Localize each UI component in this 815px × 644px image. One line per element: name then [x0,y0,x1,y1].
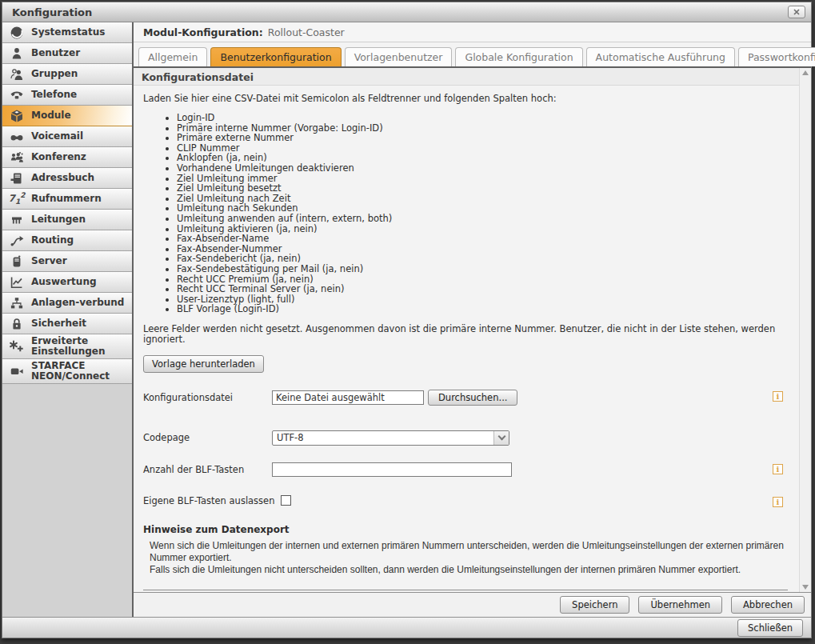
camera-icon [2,364,31,378]
sidebar-item-konferenz[interactable]: Konferenz [2,147,132,168]
csv-column-item: Ziel Umleitung besetzt [177,183,789,194]
sidebar-item-systemstatus[interactable]: Systemstatus [2,22,132,43]
sidebar-item-benutzer[interactable]: Benutzer [2,43,132,64]
users-icon [2,67,31,82]
blf-count-input[interactable] [272,462,512,477]
sidebar-item-label: Konferenz [31,152,90,162]
sidebar-item-sicherheit[interactable]: Sicherheit [2,314,132,334]
title-bar: Konfiguration [2,2,811,22]
sidebar-item-label: Erweiterte Einstellungen [31,336,132,357]
skip-own-blf-checkbox[interactable] [281,495,291,506]
vertical-scrollbar[interactable] [799,68,811,592]
sidebar-item-label: Auswertung [31,277,100,287]
sidebar-item-label: Telefone [31,90,80,100]
window-bottom-bar: Schließen [2,617,811,638]
sidebar-item-label: Benutzer [31,48,83,58]
info-icon[interactable]: i [773,497,783,507]
config-file-input[interactable]: Keine Datei ausgewählt [272,390,424,405]
note-text: Leere Felder werden nicht gesetzt. Ausge… [143,324,789,346]
phone-icon [2,88,31,102]
export-notes-line: Falls sich die Umleitungen nicht untersc… [150,564,789,576]
sidebar-item-label: Leitungen [31,214,89,225]
browse-button[interactable]: Durchsuchen... [428,390,517,406]
tab-automatische-ausfuehrung[interactable]: Automatische Ausführung [586,47,735,66]
sidebar-item-label: STARFACE NEON/Connect [31,361,132,382]
sidebar-item-adressbuch[interactable]: Adressbuch [2,168,132,189]
info-icon[interactable]: i [773,391,783,402]
konfiguration-window: Konfiguration SystemstatusBenutzerGruppe… [2,2,812,638]
lock-icon [2,317,31,331]
sidebar-item-voicemail[interactable]: Voicemail [2,126,132,147]
sidebar-item-routing[interactable]: Routing [2,230,132,251]
export-notes: Hinweise zum Datenexport Wenn sich die U… [143,524,789,576]
config-file-label: Konfigurationsdatei [143,392,272,403]
sidebar-item-erweiterte-einstellungen[interactable]: Erweiterte Einstellungen [2,334,132,359]
gauge-icon [2,26,31,40]
tab-globale-konfiguration[interactable]: Globale Konfiguration [455,47,582,66]
main-pane: Modul-Konfiguration: Rollout-Coaster All… [134,22,811,617]
tab-benutzerkonfiguration[interactable]: Benutzerkonfiguration [210,47,341,66]
codepage-select[interactable]: UTF-8 [272,430,509,446]
user-icon [2,46,31,61]
sidebar-item-auswertung[interactable]: Auswertung [2,272,132,293]
sidebar-item-rufnummern[interactable]: 712Rufnummern [2,189,132,210]
sidebar-item-label: Sicherheit [31,318,90,329]
sidebar-item-label: Rufnummern [31,194,105,204]
csv-column-item: Login-ID [177,113,789,123]
csv-column-item: Umleitung anwenden auf (intern, extern, … [177,214,789,224]
window-close-button[interactable] [788,6,805,18]
close-icon [793,8,801,16]
csv-column-list: Login-IDPrimäre interne Nummer (Vorgabe:… [143,113,789,314]
content-wrap: Konfigurationsdatei Laden Sie hier eine … [134,68,811,592]
module-header-label: Modul-Konfiguration: [143,26,263,38]
csv-column-item: Primäre externe Nummer [177,133,789,143]
tab-passwortkonfiguration[interactable]: Passwortkonfiguration [738,47,815,66]
dialog-action-bar: Speichern Übernehmen Abbrechen [134,592,811,617]
gear-plus-icon [2,339,31,354]
server-icon [2,254,31,269]
codepage-selected-value: UTF-8 [273,432,493,443]
sidebar-item-leitungen[interactable]: Leitungen [2,210,132,230]
csv-column-item: CLIP Nummer [177,143,789,154]
csv-column-item: Vorhandene Umleitungen deaktivieren [177,163,789,174]
route-icon [2,234,31,248]
tab-bar: AllgemeinBenutzerkonfigurationVorlagenbe… [134,42,811,68]
sidebar-item-gruppen[interactable]: Gruppen [2,64,132,85]
sidebar-item-starface-neon-connect[interactable]: STARFACE NEON/Connect [2,359,132,384]
codepage-row: Codepage UTF-8 [143,430,789,446]
csv-column-item: Recht UCC Terminal Server (ja, nein) [177,284,789,294]
network-icon [2,296,31,310]
tab-allgemein[interactable]: Allgemein [138,47,207,66]
close-window-button[interactable]: Schließen [737,619,803,637]
sidebar-item-module[interactable]: Module [2,106,132,126]
sidebar-item-label: Routing [31,235,77,246]
scroll-down-icon[interactable] [802,585,809,590]
sidebar-item-label: Server [31,256,70,266]
info-icon[interactable]: i [773,464,783,474]
chevron-down-icon [493,431,509,445]
tab-vorlagenbenutzer[interactable]: Vorlagenbenutzer [345,47,453,66]
window-title: Konfiguration [2,6,788,18]
voicemail-icon [2,130,31,144]
apply-button[interactable]: Übernehmen [638,596,722,614]
blf-count-row: Anzahl der BLF-Tasten i [143,462,789,477]
sidebar-item-label: Systemstatus [31,27,108,38]
sidebar-item-telefone[interactable]: Telefone [2,85,132,106]
export-notes-line: Wenn sich die Umleitungen der internen u… [150,540,789,564]
sidebar: SystemstatusBenutzerGruppenTelefoneModul… [2,22,134,617]
sidebar-item-server[interactable]: Server [2,251,132,272]
save-button[interactable]: Speichern [560,596,629,614]
scroll-up-icon[interactable] [802,70,809,75]
csv-column-item: Fax-Sendebestätigung per Mail (ja, nein) [177,264,789,274]
download-template-button[interactable]: Vorlage herunterladen [143,355,264,373]
sidebar-item-label: Voicemail [31,131,86,142]
divider [143,590,788,590]
blf-count-label: Anzahl der BLF-Tasten [143,464,272,475]
cancel-button[interactable]: Abbrechen [731,596,805,614]
sidebar-item-label: Anlagen-verbund [31,298,127,308]
sidebar-item-anlagenverbund[interactable]: Anlagen-verbund [2,293,132,314]
chart-icon [2,275,31,290]
window-body: SystemstatusBenutzerGruppenTelefoneModul… [2,22,811,617]
config-file-row: Konfigurationsdatei Keine Datei ausgewäh… [143,390,789,406]
csv-column-item: Fax-Absender-Name [177,234,789,244]
